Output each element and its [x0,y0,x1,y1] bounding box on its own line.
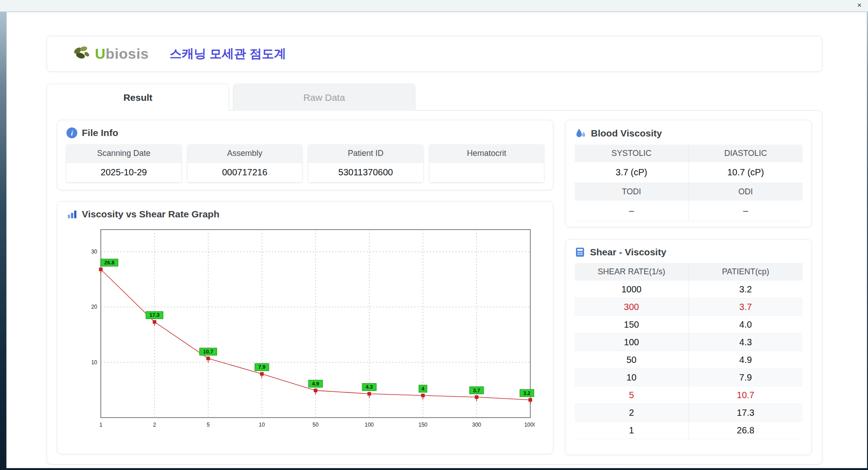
tab-raw-data[interactable]: Raw Data [233,84,415,111]
shear-viscosity-title-row: Shear - Viscosity [575,247,802,258]
shear-table-row: 10003.2 [575,281,802,298]
shear-viscosity-card: Shear - Viscosity SHEAR RATE(1/s) PATIEN… [565,239,812,455]
bv-value-row: –– [575,201,802,221]
shear-table-cell: 2 [575,404,689,422]
info-icon: i [66,127,77,138]
bv-label: DIASTOLIC [689,145,802,162]
file-info-field: Patient ID53011370600 [308,145,423,182]
shear-table-cell: 5 [575,386,689,404]
svg-text:10: 10 [91,359,98,366]
svg-text:150: 150 [418,422,427,428]
shear-table-cell: 3.2 [689,281,802,298]
shear-table-cell: 1000 [575,281,689,298]
shear-table-cell: 10.7 [689,386,802,404]
header-card: Ubiosis 스캐닝 모세관 점도계 [47,36,822,72]
graph-title: Viscosity vs Shear Rate Graph [82,209,219,220]
field-value [429,163,544,182]
shear-table-row: 3003.7 [575,298,802,316]
bv-value: 3.7 (cP) [575,162,689,183]
logo-text: Ubiosis [95,46,149,62]
titlebar: × [0,0,868,12]
svg-text:300: 300 [472,422,481,428]
file-info-title: File Info [82,127,118,138]
logo-text-rest: biosis [106,46,149,62]
shear-table-row: 217.3 [575,404,802,422]
svg-text:2: 2 [153,422,156,428]
svg-text:5: 5 [207,422,210,428]
bar-chart-icon [66,209,77,220]
bv-label: SYSTOLIC [575,145,689,162]
shear-table-cell: 10 [575,369,689,386]
shear-table-cell: 4.0 [689,316,802,334]
page-title: 스캐닝 모세관 점도계 [170,46,286,62]
blood-viscosity-title: Blood Viscosity [591,128,662,139]
svg-text:1: 1 [99,422,103,428]
shear-table-cell: 4.3 [689,334,802,351]
bv-value: – [689,201,802,221]
svg-text:100: 100 [365,422,374,428]
file-info-field: Assembly000717216 [188,145,302,182]
svg-text:4.3: 4.3 [366,384,373,390]
file-info-field: Scanning Date2025-10-29 [66,145,181,182]
file-info-fields: Scanning Date2025-10-29Assembly000717216… [66,145,544,182]
file-info-title-row: i File Info [66,127,544,138]
field-value: 53011370600 [308,163,423,182]
bv-header-row: SYSTOLICDIASTOLIC [575,145,802,162]
graph-title-row: Viscosity vs Shear Rate Graph [66,209,544,220]
shear-rate-column-header: SHEAR RATE(1/s) [575,263,689,281]
bv-value-row: 3.7 (cP)10.7 (cP) [575,162,802,183]
shear-table-row: 510.7 [575,386,802,404]
svg-text:7.9: 7.9 [258,364,265,370]
field-value: 000717216 [188,163,302,182]
tab-result[interactable]: Result [47,84,229,111]
shear-table-cell: 26.8 [689,422,802,439]
bv-label: TODI [575,183,689,201]
svg-text:3.7: 3.7 [473,388,480,393]
shear-table-cell: 150 [575,316,689,334]
tab-bar: Result Raw Data [47,84,415,111]
blood-viscosity-card: Blood Viscosity SYSTOLICDIASTOLIC3.7 (cP… [565,120,812,227]
calculator-icon [575,247,585,258]
shear-table-cell: 50 [575,351,689,369]
shear-table-row: 504.9 [575,351,802,369]
bv-header-row: TODIODI [575,183,802,201]
app-logo: Ubiosis [71,45,149,63]
shear-table-body: 10003.23003.71504.01004.3504.9107.9510.7… [575,281,802,439]
field-label: Assembly [188,145,302,163]
field-label: Hematocrit [429,145,544,163]
field-label: Scanning Date [66,145,181,163]
viscosity-chart: 1020301251050100150300100026.817.310.77.… [78,223,544,438]
logo-text-prefix: U [95,46,106,62]
field-label: Patient ID [308,145,423,163]
svg-text:1000: 1000 [524,422,535,428]
svg-text:10: 10 [259,422,265,428]
app-window: Ubiosis 스캐닝 모세관 점도계 Result Raw Data i Fi… [6,12,867,468]
bv-value: – [575,201,689,221]
svg-text:4: 4 [421,386,425,391]
svg-text:30: 30 [91,249,98,255]
graph-card: Viscosity vs Shear Rate Graph 1020301251… [57,201,553,454]
shear-table-cell: 17.3 [689,404,802,422]
droplet-icon [575,127,586,139]
svg-text:10.7: 10.7 [203,349,213,354]
shear-table-cell: 7.9 [689,369,802,386]
shear-viscosity-title: Shear - Viscosity [590,247,666,258]
bv-label: ODI [689,183,802,201]
svg-text:26.8: 26.8 [104,260,115,265]
right-column: Blood Viscosity SYSTOLICDIASTOLIC3.7 (cP… [565,120,812,455]
patient-column-header: PATIENT(cp) [689,263,802,281]
shear-table-row: 1504.0 [575,316,802,334]
blood-viscosity-body: SYSTOLICDIASTOLIC3.7 (cP)10.7 (cP)TODIOD… [575,145,802,221]
shear-table-cell: 300 [575,298,689,316]
main-panel: i File Info Scanning Date2025-10-29Assem… [47,110,822,465]
svg-text:4.9: 4.9 [312,381,319,386]
close-icon[interactable]: × [857,1,862,10]
shear-table-row: 107.9 [575,369,802,386]
shear-table-cell: 1 [575,422,689,439]
logo-leaf-icon [71,45,91,63]
shear-table-cell: 100 [575,334,689,351]
field-value: 2025-10-29 [66,163,181,182]
bv-value: 10.7 (cP) [689,162,802,183]
svg-text:17.3: 17.3 [150,312,160,318]
shear-table-row: 1004.3 [575,334,802,351]
